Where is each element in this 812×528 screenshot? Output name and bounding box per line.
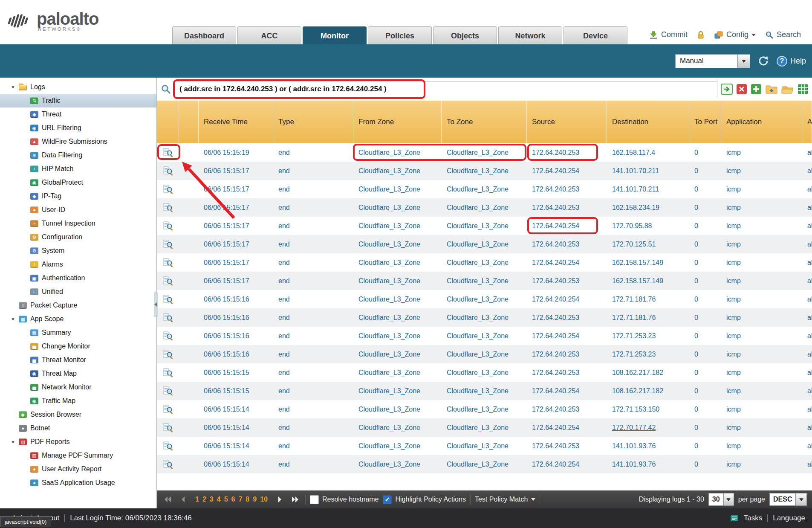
cell-destination[interactable]: 162.158.234.19 (607, 198, 689, 217)
cell-source[interactable]: 172.64.240.254 (527, 253, 607, 272)
cell-to-port[interactable]: 0 (689, 363, 721, 382)
cell-from-zone[interactable]: Cloudflare_L3_Zone (353, 143, 442, 162)
cell-from-zone[interactable]: Cloudflare_L3_Zone (353, 217, 442, 235)
column-header-from-zone[interactable]: From Zone (353, 101, 442, 143)
cell-source[interactable]: 172.64.240.253 (527, 437, 607, 455)
log-magnifier-icon[interactable] (163, 258, 173, 267)
cell-to-zone[interactable]: Cloudflare_L3_Zone (442, 198, 527, 217)
tab-device[interactable]: Device (563, 26, 627, 44)
cell-from-zone[interactable]: Cloudflare_L3_Zone (353, 345, 442, 363)
cell-to-port[interactable]: 0 (689, 272, 721, 290)
checkbox-checked-icon[interactable] (383, 495, 392, 504)
cell-to-port[interactable]: 0 (689, 437, 721, 455)
cell-action[interactable]: al (802, 162, 812, 180)
prev-page-button[interactable] (177, 494, 188, 505)
help-button[interactable]: Help (777, 56, 806, 67)
page-4[interactable]: 4 (217, 496, 221, 503)
cell-from-zone[interactable]: Cloudflare_L3_Zone (353, 235, 442, 253)
cell-action[interactable]: al (802, 327, 812, 345)
cell-from-zone[interactable]: Cloudflare_L3_Zone (353, 455, 442, 473)
cell-type[interactable]: end (273, 217, 353, 235)
column-header-type[interactable]: Type (273, 101, 353, 143)
cell-source[interactable]: 172.64.240.253 (527, 235, 607, 253)
cell-application[interactable]: icmp (721, 400, 802, 418)
log-detail-cell[interactable] (157, 143, 179, 162)
column-header-to-zone[interactable]: To Zone (442, 101, 527, 143)
cell-type[interactable]: end (273, 272, 353, 290)
cell-application[interactable]: icmp (721, 437, 802, 455)
sidebar-item-alarms[interactable]: !Alarms (0, 258, 156, 271)
cell-destination[interactable]: 108.162.217.182 (607, 382, 689, 400)
cell-from-zone[interactable]: Cloudflare_L3_Zone (353, 308, 442, 327)
cell-receive-time[interactable]: 06/06 15:15:14 (199, 455, 273, 473)
cell-destination[interactable]: 172.70.125.51 (607, 235, 689, 253)
page-9[interactable]: 9 (253, 496, 257, 503)
cell-to-port[interactable]: 0 (689, 143, 721, 162)
log-detail-cell[interactable] (157, 345, 179, 363)
cell-receive-time[interactable]: 06/06 15:15:15 (199, 363, 273, 382)
cell-action[interactable]: al (802, 437, 812, 455)
resolve-hostname-checkbox[interactable]: Resolve hostname (310, 495, 379, 504)
cell-to-port[interactable]: 0 (689, 345, 721, 363)
cell-source[interactable]: 172.64.240.254 (527, 162, 607, 180)
cell-application[interactable]: icmp (721, 162, 802, 180)
log-magnifier-icon[interactable] (163, 313, 173, 322)
cell-action[interactable]: al (802, 198, 812, 217)
cell-source[interactable]: 172.64.240.254 (527, 455, 607, 473)
cell-destination[interactable]: 141.101.70.211 (607, 162, 689, 180)
cell-source[interactable]: 172.64.240.253 (527, 180, 607, 198)
cell-receive-time[interactable]: 06/06 15:15:19 (199, 143, 273, 162)
column-header-to-port[interactable]: To Port (689, 101, 721, 143)
cell-from-zone[interactable]: Cloudflare_L3_Zone (353, 363, 442, 382)
log-magnifier-icon[interactable] (163, 331, 173, 341)
sidebar-item-manage-pdf-summary[interactable]: ▥Manage PDF Summary (0, 449, 156, 462)
cell-action[interactable]: al (802, 363, 812, 382)
cell-to-zone[interactable]: Cloudflare_L3_Zone (442, 180, 527, 198)
cell-type[interactable]: end (273, 400, 353, 418)
cell-type[interactable]: end (273, 455, 353, 473)
log-detail-cell[interactable] (157, 327, 179, 345)
cell-type[interactable]: end (273, 363, 353, 382)
language-link[interactable]: Language (773, 514, 805, 522)
cell-to-port[interactable]: 0 (689, 180, 721, 198)
log-magnifier-icon[interactable] (163, 240, 173, 249)
cell-action[interactable]: al (802, 272, 812, 290)
log-detail-cell[interactable] (157, 418, 179, 437)
lock-icon[interactable] (697, 31, 705, 39)
sidebar-item-botnet[interactable]: ●Botnet (0, 421, 156, 435)
sidebar-item-data-filtering[interactable]: ≡Data Filtering (0, 148, 156, 162)
log-magnifier-icon[interactable] (163, 460, 173, 469)
cell-from-zone[interactable]: Cloudflare_L3_Zone (353, 400, 442, 418)
per-page-select[interactable]: 30 (708, 493, 734, 506)
cell-to-zone[interactable]: Cloudflare_L3_Zone (442, 217, 527, 235)
cell-to-zone[interactable]: Cloudflare_L3_Zone (442, 290, 527, 308)
log-detail-cell[interactable] (157, 382, 179, 400)
cell-destination[interactable]: 141.101.93.76 (607, 437, 689, 455)
test-policy-match-button[interactable]: Test Policy Match (475, 496, 535, 503)
cell-receive-time[interactable]: 06/06 15:15:17 (199, 198, 273, 217)
tree-expand-icon[interactable]: ▼ (7, 317, 19, 322)
cell-from-zone[interactable]: Cloudflare_L3_Zone (353, 162, 442, 180)
cell-type[interactable]: end (273, 437, 353, 455)
config-menu[interactable]: Config (714, 30, 756, 39)
sidebar-item-packet-capture[interactable]: ×Packet Capture (0, 299, 156, 312)
page-6[interactable]: 6 (231, 496, 235, 503)
cell-receive-time[interactable]: 06/06 15:15:17 (199, 253, 273, 272)
page-1[interactable]: 1 (195, 496, 199, 503)
cell-from-zone[interactable]: Cloudflare_L3_Zone (353, 180, 442, 198)
cell-to-zone[interactable]: Cloudflare_L3_Zone (442, 363, 527, 382)
cell-application[interactable]: icmp (721, 143, 802, 162)
log-detail-cell[interactable] (157, 162, 179, 180)
sidebar-item-session-browser[interactable]: ◆Session Browser (0, 408, 156, 421)
sidebar-collapse-handle[interactable] (154, 293, 158, 316)
highlight-policy-actions-checkbox[interactable]: Highlight Policy Actions (383, 495, 465, 504)
cell-action[interactable]: al (802, 290, 812, 308)
cell-to-zone[interactable]: Cloudflare_L3_Zone (442, 382, 527, 400)
cell-destination[interactable]: 172.70.95.88 (607, 217, 689, 235)
sidebar-item-url-filtering[interactable]: ◉URL Filtering (0, 121, 156, 135)
cell-destination[interactable]: 172.71.181.76 (607, 308, 689, 327)
tab-monitor[interactable]: Monitor (303, 26, 367, 44)
sidebar-item-saas-application-usage[interactable]: ●SaaS Application Usage (0, 476, 156, 490)
sidebar-item-traffic-map[interactable]: ◉Traffic Map (0, 394, 156, 408)
cell-action[interactable]: al (802, 235, 812, 253)
